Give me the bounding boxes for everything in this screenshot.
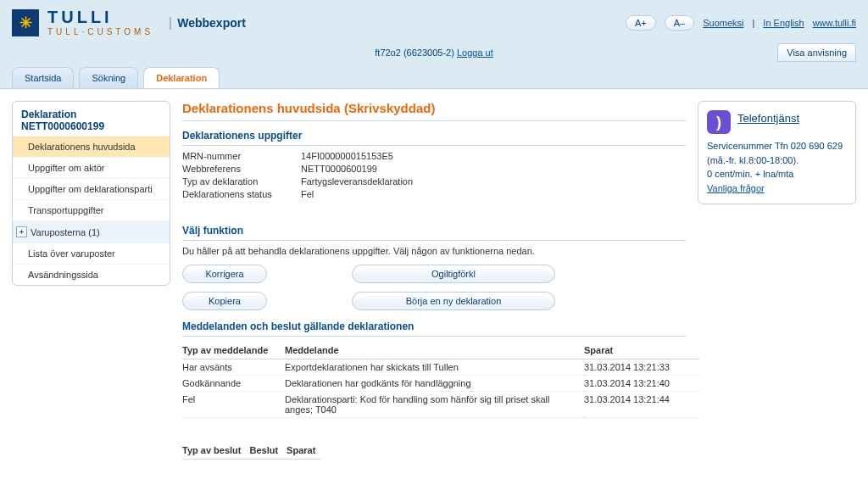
fn-instruction: Du håller på att behandla deklarationens…	[182, 246, 686, 256]
tab-row: Startsida Sökning Deklaration	[0, 67, 868, 88]
page-title: Deklarationens huvudsida (Skrivskyddad)	[182, 101, 686, 121]
tab-deklaration[interactable]: Deklaration	[143, 67, 220, 88]
rp-head: ( Telefontjänst	[707, 110, 847, 134]
correct-button[interactable]: Korrigera	[182, 265, 267, 283]
brand-sub: TULL·CUSTOMS	[47, 27, 153, 36]
sidebar-item-main[interactable]: Deklarationens huvudsida	[13, 136, 170, 157]
expand-icon[interactable]: +	[16, 226, 27, 237]
copy-button[interactable]: Kopiera	[182, 292, 267, 310]
show-instructions-button[interactable]: Visa anvisning	[777, 43, 856, 62]
kv-webref: Webbreferens NETT0000600199	[182, 164, 686, 174]
zoom-out-button[interactable]: A–	[665, 15, 694, 31]
table-row: Har avsänts Exportdeklarationen har skic…	[182, 359, 699, 376]
divider: |	[169, 15, 172, 31]
logout-link[interactable]: Logga ut	[457, 47, 493, 58]
invalidate-button[interactable]: Ogiltigförkl	[352, 265, 555, 283]
sidebar-item-goods[interactable]: + Varuposterna (1)	[13, 220, 170, 242]
dec-th-saved: Sparat	[283, 442, 320, 460]
lang-fi-link[interactable]: Suomeksi	[703, 18, 743, 28]
app-title: Webbexport	[177, 16, 246, 30]
button-grid: Korrigera Ogiltigförkl Kopiera Börja en …	[182, 265, 555, 310]
phone-service-panel: ( Telefontjänst Servicenummer Tfn 020 69…	[698, 101, 856, 204]
logo-icon: ✳	[12, 9, 39, 36]
kv-status: Deklarationens status Fel	[182, 189, 686, 199]
site-link[interactable]: www.tulli.fi	[813, 18, 856, 28]
dec-th-dec: Beslut	[246, 442, 283, 460]
header-info: ft72o2 (6623005-2) Logga ut Visa anvisni…	[0, 40, 868, 62]
table-row: Fel Deklarationsparti: Kod för handling …	[182, 392, 699, 418]
sidebar-item-actor[interactable]: Uppgifter om aktör	[13, 157, 170, 178]
main: Deklarationens huvudsida (Skrivskyddad) …	[182, 101, 686, 460]
dec-th-type: Typ av beslut	[182, 442, 246, 460]
content: Deklaration NETT0000600199 Deklarationen…	[0, 88, 868, 496]
msg-th-msg: Meddelande	[285, 342, 584, 359]
brand-main: TULLI	[47, 8, 153, 25]
sidebar-item-sendpage[interactable]: Avsändningssida	[13, 264, 170, 285]
sidebar-item-goodslist[interactable]: Lista över varuposter	[13, 242, 170, 264]
sidebar-item-transport[interactable]: Transportuppgifter	[13, 199, 170, 220]
header-right: A+ A– Suomeksi | In English www.tulli.fi	[626, 15, 856, 31]
msg-heading: Meddelanden och beslut gällande deklarat…	[182, 320, 686, 337]
user-info: ft72o2 (6623005-2) Logga ut	[375, 47, 492, 58]
sidebar-item-party[interactable]: Uppgifter om deklarationsparti	[13, 178, 170, 199]
sidebar: Deklaration NETT0000600199 Deklarationen…	[12, 101, 170, 286]
brand: TULLI TULL·CUSTOMS	[47, 8, 153, 36]
decision-table: Typ av beslut Beslut Sparat	[182, 442, 320, 460]
top-banner: ✳ TULLI TULL·CUSTOMS | Webbexport A+ A– …	[0, 0, 868, 40]
tab-sokning[interactable]: Sökning	[79, 67, 138, 88]
msg-th-type: Typ av meddelande	[182, 342, 285, 359]
fn-heading: Välj funktion	[182, 225, 686, 241]
kv-mrn: MRN-nummer 14FI000000015153E5	[182, 151, 686, 161]
tab-startsida[interactable]: Startsida	[12, 67, 74, 88]
phone-service-line1: Servicenummer Tfn 020 690 629 (må.-fr. k…	[707, 139, 847, 167]
info-heading: Deklarationens uppgifter	[182, 130, 686, 146]
faq-link[interactable]: Vanliga frågor	[707, 183, 765, 193]
new-declaration-button[interactable]: Börja en ny deklaration	[352, 292, 555, 310]
phone-service-line2: 0 cent/min. + lna/mta	[707, 167, 847, 181]
message-table: Typ av meddelande Meddelande Sparat Har …	[182, 342, 699, 418]
zoom-in-button[interactable]: A+	[626, 15, 656, 31]
sidebar-title: Deklaration NETT0000600199	[13, 102, 170, 136]
lang-en-link[interactable]: In English	[763, 18, 804, 28]
kv-type: Typ av deklaration Fartygsleveransdeklar…	[182, 176, 686, 187]
table-row: Godkännande Deklarationen har godkänts f…	[182, 376, 699, 392]
msg-th-saved: Sparat	[584, 342, 699, 359]
phone-icon: (	[707, 110, 731, 134]
